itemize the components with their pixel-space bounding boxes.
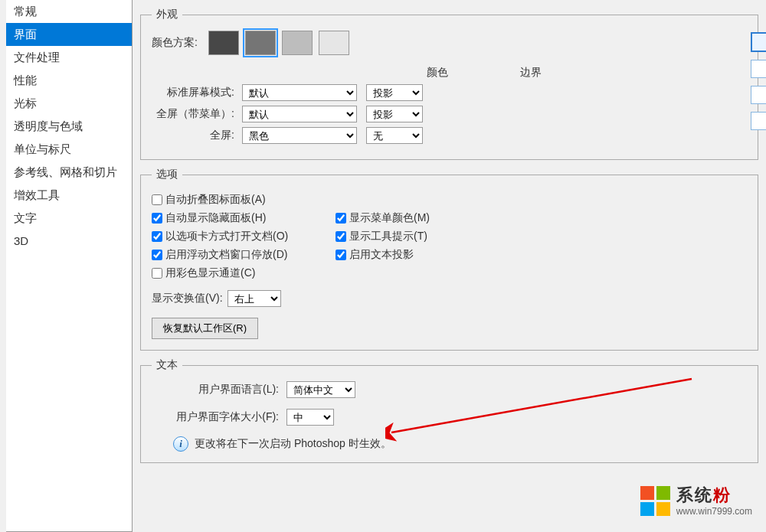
color-swatch-medium-light[interactable] — [282, 31, 313, 55]
ui-font-size-label: 用户界面字体大小(F): — [152, 410, 286, 424]
color-swatch-medium-dark[interactable] — [245, 31, 276, 55]
sidebar-item-3d[interactable]: 3D — [6, 230, 132, 253]
checkbox-auto-collapse[interactable]: 自动折叠图标面板(A) — [152, 191, 313, 209]
options-legend: 选项 — [152, 168, 182, 181]
sidebar-item-interface[interactable]: 界面 — [6, 23, 132, 46]
checkbox-text-shadow[interactable]: 启用文本投影 — [336, 246, 414, 264]
mode-label-fullscreen-menu: 全屏（带菜单）: — [152, 107, 242, 121]
standard-color-select[interactable]: 默认 — [242, 84, 357, 101]
right-button-3[interactable] — [751, 86, 766, 104]
checkbox-enable-dock[interactable]: 启用浮动文档窗口停放(D) — [152, 246, 313, 264]
fullscreen-border-select[interactable]: 无 — [366, 127, 423, 144]
checkbox-auto-show-hidden[interactable]: 自动显示隐藏面板(H) — [152, 209, 313, 227]
options-fieldset: 选项 自动折叠图标面板(A) 自动显示隐藏面板(H) 显示菜单颜色(M) — [140, 168, 758, 351]
transform-label: 显示变换值(V): — [152, 292, 223, 305]
checkbox-open-tabs-input[interactable] — [152, 231, 162, 242]
sidebar-item-file-handling[interactable]: 文件处理 — [6, 46, 132, 69]
color-scheme-label: 颜色方案: — [152, 36, 198, 50]
watermark-title-main: 系统 — [676, 485, 713, 504]
checkbox-show-tooltips[interactable]: 显示工具提示(T) — [336, 227, 427, 246]
header-border: 边界 — [504, 66, 558, 80]
header-color: 颜色 — [380, 66, 495, 80]
settings-content: 外观 颜色方案: 颜色 边界 标准屏幕模式: 默认 投影 — [133, 0, 766, 532]
ui-language-select[interactable]: 简体中文 — [286, 381, 355, 398]
checkbox-text-shadow-input[interactable] — [336, 250, 346, 260]
checkbox-show-tooltips-input[interactable] — [336, 231, 346, 242]
ui-language-label: 用户界面语言(L): — [152, 383, 286, 397]
checkbox-auto-collapse-label: 自动折叠图标面板(A) — [165, 193, 266, 207]
checkbox-open-tabs[interactable]: 以选项卡方式打开文档(O) — [152, 227, 313, 246]
checkbox-auto-show-hidden-input[interactable] — [152, 213, 162, 224]
right-button-4[interactable] — [751, 112, 766, 130]
watermark: 系统粉 www.win7999.com — [640, 485, 752, 517]
right-button-stack — [751, 32, 766, 130]
settings-sidebar: 常规 界面 文件处理 性能 光标 透明度与色域 单位与标尺 参考线、网格和切片 … — [6, 0, 133, 532]
standard-border-select[interactable]: 投影 — [366, 84, 423, 101]
transform-select[interactable]: 右上 — [228, 290, 281, 307]
checkbox-show-tooltips-label: 显示工具提示(T) — [349, 230, 427, 243]
checkbox-show-menu-colors-label: 显示菜单颜色(M) — [349, 211, 430, 225]
color-swatch-light[interactable] — [319, 31, 349, 55]
checkbox-color-channels-label: 用彩色显示通道(C) — [165, 266, 255, 280]
sidebar-item-cursors[interactable]: 光标 — [6, 92, 132, 115]
fullscreen-color-select[interactable]: 黑色 — [242, 127, 357, 144]
checkbox-auto-collapse-input[interactable] — [152, 194, 162, 205]
checkbox-color-channels-input[interactable] — [152, 268, 162, 279]
checkbox-show-menu-colors-input[interactable] — [336, 213, 346, 224]
right-button-1[interactable] — [751, 32, 766, 52]
fullscreen-menu-color-select[interactable]: 默认 — [242, 106, 357, 122]
text-legend: 文本 — [152, 358, 182, 372]
watermark-url: www.win7999.com — [676, 506, 752, 517]
sidebar-item-guides[interactable]: 参考线、网格和切片 — [6, 161, 132, 184]
sidebar-item-general[interactable]: 常规 — [6, 0, 132, 23]
checkbox-color-channels[interactable]: 用彩色显示通道(C) — [152, 264, 313, 282]
checkbox-show-menu-colors[interactable]: 显示菜单颜色(M) — [336, 209, 430, 227]
restore-workspace-button[interactable]: 恢复默认工作区(R) — [152, 318, 258, 339]
ui-font-size-select[interactable]: 中 — [286, 409, 334, 426]
restart-note: 更改将在下一次启动 Photoshop 时生效。 — [195, 437, 391, 451]
sidebar-item-units[interactable]: 单位与标尺 — [6, 138, 132, 161]
checkbox-enable-dock-label: 启用浮动文档窗口停放(D) — [165, 248, 287, 262]
checkbox-enable-dock-input[interactable] — [152, 250, 162, 260]
info-icon: i — [173, 436, 188, 452]
sidebar-item-performance[interactable]: 性能 — [6, 69, 132, 92]
appearance-fieldset: 外观 颜色方案: 颜色 边界 标准屏幕模式: 默认 投影 — [140, 8, 758, 160]
fullscreen-menu-border-select[interactable]: 投影 — [366, 106, 423, 122]
checkbox-auto-show-hidden-label: 自动显示隐藏面板(H) — [165, 211, 266, 225]
sidebar-item-plugins[interactable]: 增效工具 — [6, 184, 132, 207]
microsoft-logo-icon — [640, 486, 670, 516]
text-fieldset: 文本 用户界面语言(L): 简体中文 用户界面字体大小(F): 中 i 更改将在… — [140, 358, 758, 463]
sidebar-item-transparency[interactable]: 透明度与色域 — [6, 115, 132, 138]
watermark-title-accent: 粉 — [713, 485, 732, 504]
checkbox-open-tabs-label: 以选项卡方式打开文档(O) — [165, 230, 288, 243]
appearance-legend: 外观 — [152, 8, 182, 21]
right-button-2[interactable] — [751, 60, 766, 78]
mode-label-fullscreen: 全屏: — [152, 129, 242, 142]
sidebar-item-type[interactable]: 文字 — [6, 207, 132, 230]
mode-label-standard: 标准屏幕模式: — [152, 86, 242, 100]
color-swatch-dark[interactable] — [208, 31, 239, 55]
checkbox-text-shadow-label: 启用文本投影 — [349, 248, 414, 262]
